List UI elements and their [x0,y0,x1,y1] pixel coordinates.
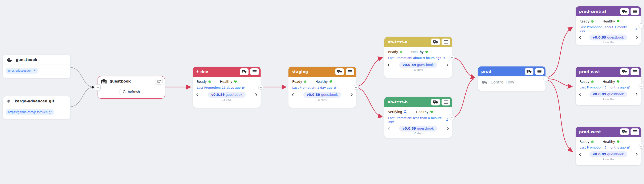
edge-staging-abtesta [359,58,382,86]
stage-title: prod-east [579,70,618,74]
stage-node-prod-east[interactable]: − prod-east Ready Healthy Last Promotion… [576,67,641,105]
freight-age: 4 months [603,41,614,44]
freight-timeline-button[interactable] [431,99,440,105]
freight-timeline-button[interactable] [620,68,629,75]
stage-collapse-button[interactable]: − [354,85,358,90]
repo-link-label: ghcr.io/jessesuen [8,69,32,72]
stage-collapse-button[interactable]: − [258,85,263,90]
freight-timeline-button[interactable] [620,128,629,135]
verifying-search-icon [404,110,407,113]
stage-menu-button[interactable] [346,68,354,75]
refresh-icon [122,90,126,93]
healthy-heart-icon [430,110,433,113]
freight-timeline-button[interactable] [525,68,534,75]
last-promotion-link[interactable]: Last Promotion: 3 months ago [580,86,637,89]
stage-collapse-button[interactable]: − [450,55,454,60]
warehouse-open-button[interactable] [155,78,162,85]
edge-repo1-warehouse [70,67,92,87]
freight-pill[interactable]: v0.0.89 guestbook [399,62,437,68]
healthy-heart-icon [616,20,620,23]
freight-next-button[interactable] [446,127,449,130]
freight-age: 13 days [222,98,232,101]
stage-menu-button[interactable] [630,68,639,75]
stage-node-prod-west[interactable]: − prod-west Ready Healthy Last Promotion… [576,127,641,165]
stage-header[interactable]: ab-test-b [384,97,452,107]
stage-title: prod-central [579,9,618,14]
health-status: Healthy [316,80,332,83]
stage-header[interactable]: prod-east [576,67,641,77]
external-link-icon [33,70,36,72]
stage-node-ab-test-a[interactable]: − ab-test-a Ready Healthy Last Promotion… [384,37,452,78]
stage-collapse-button[interactable]: − [638,83,644,88]
warehouse-collapse-button[interactable]: − [95,84,101,91]
freight-timeline-button[interactable] [620,8,629,15]
freight-timeline-button[interactable] [335,68,344,75]
warehouse-node-guestbook[interactable]: − guestbook Refresh [98,76,165,99]
last-promotion-link[interactable]: Last Promotion: 13 days ago [197,86,257,89]
freight-pill[interactable]: v0.0.89 guestbook [303,92,341,98]
freight-pill[interactable]: v0.0.89 guestbook [590,35,627,41]
refresh-button[interactable]: Refresh [119,89,144,95]
stage-menu-button[interactable] [535,68,544,75]
stage-header[interactable]: staging [288,67,356,77]
freight-pill[interactable]: v0.0.89 guestbook [590,151,627,157]
freight-next-button[interactable] [446,63,449,66]
stage-collapse-button[interactable]: − [543,76,548,81]
stage-node-prod[interactable]: − prod Control Flow [478,66,546,91]
stage-menu-button[interactable] [630,8,639,15]
ready-dot-icon [591,80,594,83]
pipeline-canvas[interactable]: guestbook ghcr.io/jessesuen kargo-advanc… [0,0,644,184]
freight-timeline-button[interactable] [240,68,248,75]
health-status: Healthy [220,80,237,83]
stage-collapse-button[interactable]: − [450,115,454,120]
external-link-icon [242,87,244,89]
stage-header[interactable]: dev [193,67,260,77]
freight-pill[interactable]: v0.0.89 guestbook [208,92,246,98]
freight-pill[interactable]: v0.0.89 guestbook [399,126,437,131]
freight-next-button[interactable] [254,93,257,96]
stage-header[interactable]: prod [478,66,546,76]
stage-collapse-button[interactable]: − [638,23,644,28]
stage-title: prod-west [579,130,618,134]
stage-body: Ready Healthy Last Promotion: 3 months a… [576,137,641,162]
stage-menu-button[interactable] [442,99,450,105]
stage-header[interactable]: prod-west [576,127,641,137]
stage-node-staging[interactable]: − staging Ready Healthy Last Promotion: … [288,67,356,108]
control-flow-row: Control Flow [478,76,546,88]
last-promotion-link[interactable]: Last Promotion: about 9 hours ago [388,56,448,60]
repo-link-label: https://github.com/jessesuen [8,110,48,114]
ready-dot-icon [591,140,594,143]
phase-status: Ready [580,140,594,143]
stage-body: Ready Healthy Last Promotion: 1 day ago … [288,77,356,102]
freight-next-button[interactable] [634,93,638,96]
stage-menu-button[interactable] [250,68,259,75]
stage-node-dev[interactable]: − dev Ready Healthy Last Promotion: 13 d… [193,67,260,108]
last-promotion-link[interactable]: Last Promotion: less than a minute ago [388,116,448,123]
healthy-heart-icon [234,80,237,83]
divider [98,86,165,86]
freight-timeline-button[interactable] [431,39,440,45]
last-promotion-link[interactable]: Last Promotion: 3 months ago [580,146,637,149]
stage-header[interactable]: ab-test-a [384,37,452,47]
last-promotion-link[interactable]: Last Promotion: 1 day ago [292,86,352,89]
freight-next-button[interactable] [350,93,353,96]
last-promotion-link[interactable]: Last Promotion: about 1 month ago [580,25,637,32]
stage-collapse-button[interactable]: − [638,143,644,148]
stage-menu-button[interactable] [630,128,639,135]
repo-link-github[interactable]: https://github.com/jessesuen [6,109,54,115]
control-flow-label: Control Flow [491,80,514,84]
freight-pill[interactable]: v0.0.89 guestbook [590,91,627,97]
external-link-icon [635,28,637,30]
healthy-heart-icon [616,80,620,83]
freight-next-button[interactable] [634,153,638,156]
stage-menu-button[interactable] [442,39,450,45]
warehouse-header: guestbook [98,76,165,86]
repo-link-ghcr[interactable]: ghcr.io/jessesuen [6,68,38,74]
stage-node-prod-central[interactable]: − prod-central Ready Healthy Last Promot… [576,7,641,45]
external-link-icon [446,118,448,121]
stage-node-ab-test-b[interactable]: − ab-test-b Verifying Healthy Last Promo… [384,97,452,138]
freight-next-button[interactable] [634,36,638,39]
stage-header[interactable]: prod-central [576,7,641,16]
edge-warehouse-arrowhead [92,85,94,89]
external-link-icon [334,87,336,89]
